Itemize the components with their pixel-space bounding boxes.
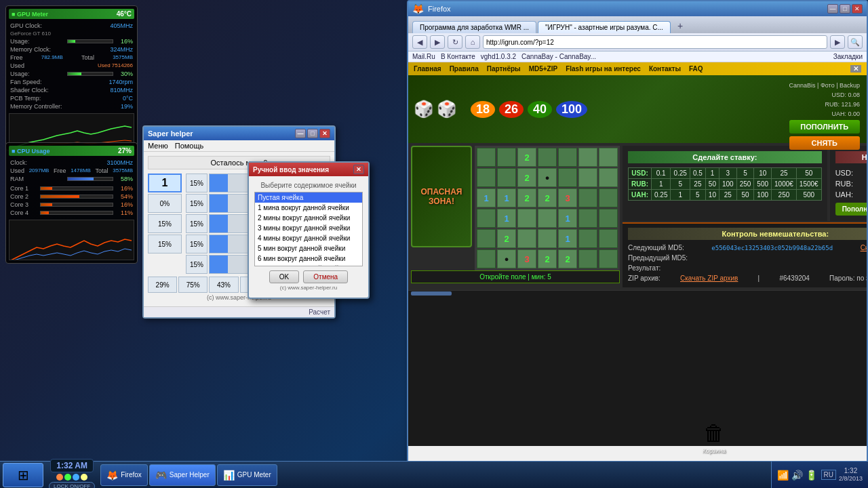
ms-cell-3-3[interactable] <box>538 209 557 228</box>
uah-bet-3[interactable]: 10 <box>705 190 719 201</box>
rub-bet-0[interactable]: 1 <box>652 179 671 190</box>
usd-bet-3[interactable]: 1 <box>705 168 719 179</box>
dialog-item-0[interactable]: Пустая ячейка <box>255 192 362 203</box>
zip-link[interactable]: Скачать ZIP архив <box>680 274 738 282</box>
nav-md5[interactable]: MD5+ZIP <box>529 65 558 73</box>
usd-bet-4[interactable]: 3 <box>719 168 736 179</box>
saper-calc-btn[interactable]: Расчет <box>309 308 330 316</box>
ms-cell-4-3[interactable] <box>538 229 557 248</box>
uah-bet-5[interactable]: 50 <box>736 190 754 201</box>
firefox-close-btn[interactable]: ✕ <box>852 4 863 14</box>
ms-cell-5-4[interactable]: 2 <box>558 249 577 268</box>
ms-cell-1-3[interactable]: ● <box>538 168 557 187</box>
saper-close-btn[interactable]: ✕ <box>319 129 330 138</box>
dialog-close-btn[interactable]: ✕ <box>353 165 364 174</box>
ms-cell-1-1[interactable] <box>497 168 516 187</box>
saper-minimize-btn[interactable]: — <box>295 129 306 138</box>
ms-cell-2-4[interactable]: 3 <box>558 188 577 207</box>
ms-cell-2-5[interactable] <box>578 188 597 207</box>
bm-mail[interactable]: Mail.Ru <box>412 53 435 60</box>
ms-cell-0-4[interactable] <box>558 148 577 167</box>
tray-icon-red[interactable] <box>56 474 63 481</box>
ff-go-btn[interactable]: ▶ <box>830 35 845 49</box>
nav-partners[interactable]: Партнёры <box>487 65 521 73</box>
next-md5-link[interactable]: Скачать MD5hasher <box>861 244 867 251</box>
usd-bet-6[interactable]: 10 <box>754 168 772 179</box>
usd-bet-7[interactable]: 25 <box>772 168 797 179</box>
uah-bet-2[interactable]: 5 <box>690 190 705 201</box>
ff-new-tab-btn[interactable]: + <box>672 18 688 33</box>
ms-cell-0-1[interactable] <box>497 148 516 167</box>
tray-icon-blue[interactable] <box>73 474 79 481</box>
rub-bet-4[interactable]: 100 <box>719 179 736 190</box>
ms-cell-4-4[interactable]: 1 <box>558 229 577 248</box>
ms-cell-5-6[interactable] <box>599 249 618 268</box>
withdraw-hero-btn[interactable]: СНЯТЬ <box>789 136 860 150</box>
ms-cell-2-6[interactable] <box>599 188 618 207</box>
ms-cell-3-0[interactable] <box>477 209 496 228</box>
ff-url-bar[interactable] <box>483 35 827 49</box>
saper-help-item[interactable]: Помощь <box>175 142 204 150</box>
lock-btn[interactable]: LOCK ON/OFF <box>49 482 95 488</box>
uah-bet-0[interactable]: 0.25 <box>652 190 671 201</box>
ms-cell-0-5[interactable] <box>578 148 597 167</box>
rub-bet-7[interactable]: 1000€ <box>772 179 797 190</box>
ms-cell-2-1[interactable]: 1 <box>497 188 516 207</box>
dialog-item-2[interactable]: 2 мины вокруг данной ячейки <box>255 213 362 223</box>
dialog-titlebar[interactable]: Ручной ввод значения ✕ <box>249 163 368 176</box>
rub-bet-2[interactable]: 25 <box>690 179 705 190</box>
minesweeper-grid[interactable]: 2 2 ● <box>475 146 620 270</box>
saper-selected-cell[interactable]: 1 <box>148 174 182 192</box>
deposit-hero-btn[interactable]: ПОПОЛНИТЬ <box>789 120 860 134</box>
tray-icon-green[interactable] <box>64 474 71 481</box>
dialog-item-7[interactable]: 7 мин вокруг данной ячейки <box>255 264 362 266</box>
dialog-items-list[interactable]: Пустая ячейка 1 мина вокруг данной ячейк… <box>254 192 363 266</box>
tray-icon-yellow[interactable] <box>81 474 87 481</box>
ms-cell-2-3[interactable]: 2 <box>538 188 557 207</box>
cpu-meter-title[interactable]: ■ CPU Usage 27% <box>9 146 134 156</box>
ms-cell-2-2[interactable]: 2 <box>517 188 536 207</box>
ms-cell-5-2[interactable]: 3 <box>517 249 536 268</box>
bm-vk[interactable]: В Контакте <box>441 53 475 60</box>
ms-cell-4-1[interactable]: 2 <box>497 229 516 248</box>
nav-home[interactable]: Главная <box>414 65 441 73</box>
ms-cell-1-2[interactable]: 2 <box>517 168 536 187</box>
rub-bet-6[interactable]: 500 <box>754 179 772 190</box>
uah-bet-7[interactable]: 250 <box>772 190 797 201</box>
firefox-minimize-btn[interactable]: — <box>827 4 838 14</box>
ms-cell-4-6[interactable] <box>599 229 618 248</box>
ms-cell-1-6[interactable] <box>599 168 618 187</box>
ff-search-btn[interactable]: 🔍 <box>848 35 863 49</box>
nav-rules[interactable]: Правила <box>450 65 479 73</box>
gpu-meter-title[interactable]: ■ GPU Meter 46°C <box>9 9 134 19</box>
rub-bet-3[interactable]: 50 <box>705 179 719 190</box>
ms-cell-0-3[interactable] <box>538 148 557 167</box>
ms-cell-4-2[interactable] <box>517 229 536 248</box>
ff-back-btn[interactable]: ◀ <box>412 35 427 49</box>
dialog-item-5[interactable]: 5 мин вокруг данной ячейки <box>255 243 362 253</box>
ms-cell-3-4[interactable]: 1 <box>558 209 577 228</box>
uah-bet-1[interactable]: 1 <box>671 190 690 201</box>
ms-cell-0-6[interactable] <box>599 148 618 167</box>
ff-tab-1[interactable]: "ИГРУН" - азартные игры разума. С... <box>538 21 671 33</box>
bm-vghd[interactable]: vghd1.0.3.2 <box>481 53 516 60</box>
saper-menu-item[interactable]: Меню <box>148 142 168 150</box>
nav-faq[interactable]: FAQ <box>689 65 703 73</box>
ms-cell-5-5[interactable] <box>578 249 597 268</box>
deposit-btn[interactable]: Пополнить <box>835 203 867 216</box>
taskbar-saper[interactable]: 🎮 Saper Helper <box>149 464 216 486</box>
nav-flash[interactable]: Flash игры на интерес <box>566 65 641 73</box>
taskbar-gpu[interactable]: 📊 GPU Meter <box>217 464 277 486</box>
firefox-maximize-btn[interactable]: □ <box>840 4 850 14</box>
usd-bet-1[interactable]: 0.25 <box>671 168 690 179</box>
ms-cell-3-6[interactable] <box>599 209 618 228</box>
dialog-ok-btn[interactable]: OK <box>269 270 299 283</box>
ms-cell-1-0[interactable] <box>477 168 496 187</box>
ms-cell-1-5[interactable] <box>578 168 597 187</box>
usd-bet-2[interactable]: 0.5 <box>690 168 705 179</box>
uah-bet-4[interactable]: 25 <box>719 190 736 201</box>
ms-cell-1-4[interactable] <box>558 168 577 187</box>
ff-home-btn[interactable]: ⌂ <box>465 35 480 49</box>
ff-forward-btn[interactable]: ▶ <box>430 35 445 49</box>
uah-bet-8[interactable]: 500 <box>796 190 821 201</box>
